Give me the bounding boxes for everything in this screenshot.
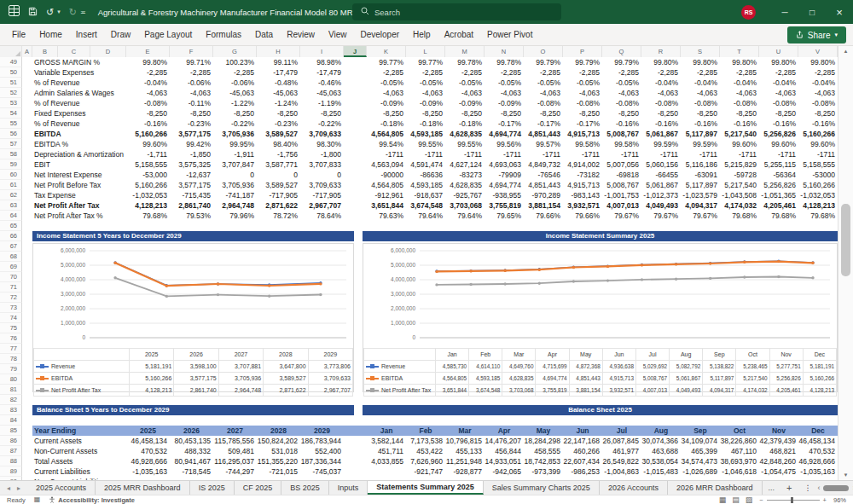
row-number[interactable]: 58: [0, 149, 22, 159]
grid-cell[interactable]: Oct: [720, 426, 759, 436]
grid-cell[interactable]: -1,012,373: [641, 190, 681, 200]
ribbon-tab-acrobat[interactable]: Acrobat: [438, 24, 480, 46]
grid-cell[interactable]: 3,755,819: [485, 200, 524, 211]
grid-cell[interactable]: -8,250: [641, 108, 681, 119]
grid-cell[interactable]: -741,187: [213, 190, 257, 200]
column-header-U[interactable]: U: [759, 46, 798, 57]
horizontal-scrollbar[interactable]: ‹ ›: [817, 481, 853, 495]
grid-cell[interactable]: -0.08%: [681, 98, 720, 108]
share-button[interactable]: Share ▾: [787, 26, 846, 43]
grid-cell[interactable]: 46,458,134: [798, 436, 838, 446]
grid-cell[interactable]: -1711: [524, 149, 563, 159]
ribbon-tab-data[interactable]: Data: [248, 24, 280, 46]
save-icon[interactable]: [28, 4, 38, 20]
row-number[interactable]: 81: [0, 385, 22, 395]
grid-cell[interactable]: 5,217,540: [720, 129, 759, 139]
sheet-tab-2025-accounts[interactable]: 2025 Accounts: [27, 481, 96, 495]
grid-cell[interactable]: 5,217,540: [720, 180, 759, 190]
grid-cell[interactable]: -0.06%: [213, 78, 257, 88]
grid-cell[interactable]: -8,250: [257, 108, 300, 119]
grid-cell[interactable]: 99.79%: [602, 57, 641, 67]
grid-cell[interactable]: 78.72%: [257, 211, 300, 221]
grid-cell[interactable]: 99.42%: [170, 139, 213, 149]
grid-cell[interactable]: 186,783,944: [300, 436, 344, 446]
grid-cell[interactable]: 3,705,936: [213, 180, 257, 190]
grid-cell[interactable]: 468,821: [759, 446, 798, 456]
grid-cell[interactable]: 4,851,443: [524, 180, 563, 190]
grid-cell[interactable]: 4,694,774: [485, 129, 524, 139]
row-number[interactable]: 76: [0, 333, 22, 344]
grid-cell[interactable]: 5,008,767: [602, 180, 641, 190]
grid-cell[interactable]: 98.30%: [300, 139, 344, 149]
grid-cell[interactable]: 4,007,013: [602, 200, 641, 211]
grid-cell[interactable]: 4,563,094: [367, 159, 406, 170]
grid-cell[interactable]: 531,018: [257, 446, 300, 456]
grid-cell[interactable]: 5,117,897: [681, 180, 720, 190]
grid-cell[interactable]: -4,063: [367, 88, 406, 98]
grid-cell[interactable]: -8,250: [445, 108, 485, 119]
grid-cell[interactable]: 116,295,037: [213, 456, 257, 466]
row-number[interactable]: 69: [0, 262, 22, 272]
grid-cell[interactable]: 4,593,185: [406, 129, 445, 139]
grid-cell[interactable]: [22, 88, 32, 98]
grid-cell[interactable]: -0.18%: [445, 119, 485, 129]
row-label-cell[interactable]: Non-Current Assets: [32, 446, 126, 456]
grid-cell[interactable]: 5,061,867: [641, 180, 681, 190]
row-number[interactable]: 80: [0, 374, 22, 385]
grid-cell[interactable]: 22,147,168: [563, 436, 602, 446]
grid-cell[interactable]: -63091: [681, 170, 720, 180]
grid-cell[interactable]: 4,049,493: [641, 200, 681, 211]
grid-cell[interactable]: 34,109,074: [681, 436, 720, 446]
grid-cell[interactable]: 115,785,556: [213, 436, 257, 446]
ribbon-tab-draw[interactable]: Draw: [104, 24, 137, 46]
column-header-G[interactable]: G: [213, 46, 257, 57]
grid-cell[interactable]: 79.66%: [524, 211, 563, 221]
grid-cell[interactable]: 3,709,633: [300, 180, 344, 190]
column-header-C[interactable]: C: [58, 46, 90, 57]
row-number[interactable]: 70: [0, 272, 22, 282]
grid-cell[interactable]: 458,555: [524, 446, 563, 456]
grid-cell[interactable]: -0.04%: [126, 78, 170, 88]
grid-cell[interactable]: 4,628,835: [445, 180, 485, 190]
grid-cell[interactable]: 5,256,826: [759, 180, 798, 190]
grid-cell[interactable]: -8,250: [485, 108, 524, 119]
grid-cell[interactable]: -2,285: [602, 67, 641, 78]
horizontal-scroll-thumb[interactable]: [823, 485, 849, 491]
accessibility-status[interactable]: Accessibility: Investigate: [49, 496, 135, 504]
row-number[interactable]: 65: [0, 221, 22, 231]
grid-cell[interactable]: 99.11%: [257, 57, 300, 67]
grid-cell[interactable]: -1.24%: [257, 98, 300, 108]
sheet-tab-2026-mrr-dashboard[interactable]: 2026 MRR Dashboard: [668, 481, 763, 495]
grid-cell[interactable]: -0.16%: [681, 119, 720, 129]
grid-cell[interactable]: 5,008,767: [602, 129, 641, 139]
grid-cell[interactable]: -2,285: [641, 67, 681, 78]
grid-cell[interactable]: -1,026,689: [681, 466, 720, 477]
ribbon-tab-formulas[interactable]: Formulas: [199, 24, 248, 46]
grid-cell[interactable]: 5,160,266: [798, 129, 838, 139]
grid-cell[interactable]: -721,015: [257, 466, 300, 477]
grid-cell[interactable]: [344, 108, 367, 119]
grid-cell[interactable]: 5,060,156: [641, 159, 681, 170]
row-label-cell[interactable]: Net Profit After Tax: [32, 200, 126, 211]
row-number[interactable]: 67: [0, 241, 22, 252]
sheet-nav-right-icon[interactable]: ▸: [17, 484, 20, 492]
grid-cell[interactable]: 99.79%: [563, 57, 602, 67]
grid-cell[interactable]: [22, 426, 32, 436]
grid-cell[interactable]: [344, 78, 367, 88]
grid-cell[interactable]: -2,285: [524, 67, 563, 78]
grid-cell[interactable]: 79.67%: [602, 211, 641, 221]
grid-cell[interactable]: 0: [213, 170, 257, 180]
grid-cell[interactable]: -715,435: [170, 190, 213, 200]
grid-cell[interactable]: [22, 180, 32, 190]
page-layout-view-icon[interactable]: ▤: [732, 495, 740, 504]
grid-cell[interactable]: 99.78%: [485, 57, 524, 67]
grid-cell[interactable]: [344, 159, 367, 170]
row-number[interactable]: 49: [0, 57, 22, 67]
grid-cell[interactable]: [344, 426, 367, 436]
grid-cell[interactable]: -717,905: [257, 190, 300, 200]
grid-cell[interactable]: 4,128,213: [798, 200, 838, 211]
user-avatar[interactable]: RS: [741, 5, 756, 20]
grid-cell[interactable]: 99.58%: [602, 139, 641, 149]
grid-cell[interactable]: 5,160,266: [126, 180, 170, 190]
grid-cell[interactable]: -0.16%: [798, 119, 838, 129]
